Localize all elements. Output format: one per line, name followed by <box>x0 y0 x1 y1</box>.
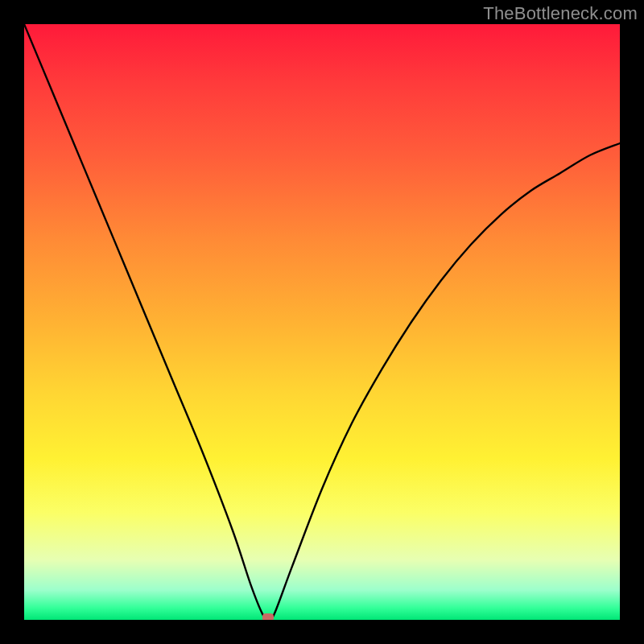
watermark-text: TheBottleneck.com <box>483 3 638 24</box>
bottleneck-curve <box>24 24 620 620</box>
curve-svg <box>24 24 620 620</box>
chart-frame: TheBottleneck.com <box>0 0 644 644</box>
min-marker <box>262 613 274 620</box>
plot-area <box>24 24 620 620</box>
